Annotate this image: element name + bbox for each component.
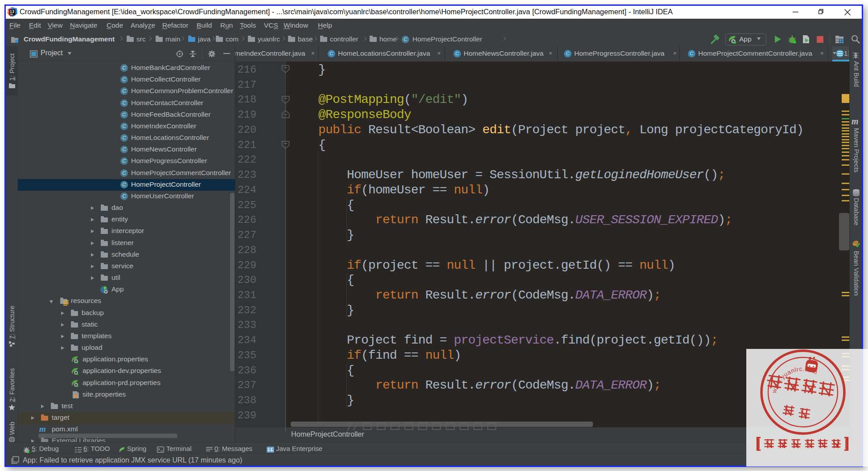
svg-text:EE: EE [267,447,274,452]
